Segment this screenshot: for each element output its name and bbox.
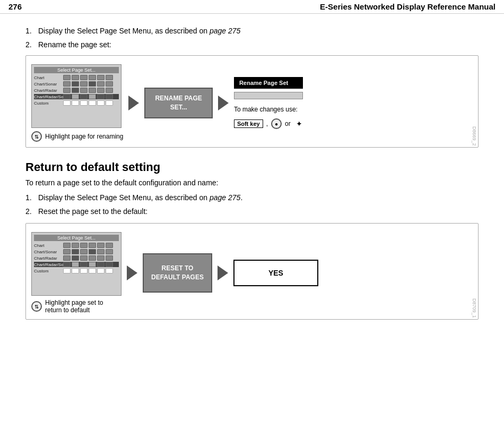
arrow-filled-1 xyxy=(128,96,139,110)
step-num-2: 2. xyxy=(25,40,38,49)
rename-page-set-title: Rename Page Set xyxy=(234,77,303,89)
nav-icon-2: ⇅ xyxy=(31,301,42,312)
mini-screen-row-chartradar: Chart/Radar xyxy=(34,88,119,93)
arrow-filled-3 xyxy=(127,266,137,280)
section2-heading: Return to default setting xyxy=(25,160,479,174)
soft-key-row: Soft key , ● or ✦ xyxy=(234,118,305,129)
diagram-id-2: D8709_1 xyxy=(472,298,477,318)
yes-button[interactable]: YES xyxy=(233,260,318,286)
diagram-1: Select Page Set... Chart Chart/Sonar Cha… xyxy=(25,55,479,148)
rename-page-set-input[interactable] xyxy=(234,92,303,99)
mini-screen-row-chartsonar: Chart/Sonar xyxy=(34,81,119,87)
page-number: 276 xyxy=(8,2,22,11)
mini-screen-title-1: Select Page Set... xyxy=(34,67,119,73)
arrow-filled-2 xyxy=(218,96,229,110)
diagram-2: Select Page Set... Chart Chart/Sonar Cha… xyxy=(25,223,479,320)
mini-screen-row-chartradarsonar: Chart/Radar/Sonar xyxy=(34,94,119,99)
rename-page-set-button[interactable]: RENAME PAGESET... xyxy=(144,88,212,118)
mini-screen-wrapper-2: Select Page Set... Chart Chart/Sonar Cha… xyxy=(31,232,121,314)
arrow-3 xyxy=(127,266,137,280)
comma-separator: , xyxy=(266,120,268,127)
step-1-section2: 1. Display the Select Page Set Menu, as … xyxy=(25,193,479,202)
mini-screen-row-chart: Chart xyxy=(34,75,119,80)
step-num-s2-2: 2. xyxy=(25,207,38,216)
mini-screen-title-2: Select Page Set... xyxy=(34,235,119,241)
book-title: E-Series Networked Display Reference Man… xyxy=(320,2,496,11)
changes-label: To make changes use: xyxy=(234,106,298,113)
mini-screen-row2-custom: Custom xyxy=(34,268,119,273)
step-text-s2-1: Display the Select Page Set Menu, as des… xyxy=(38,193,242,202)
nav-icon-1: ⇅ xyxy=(31,131,42,142)
mini-screen-row2-chartradar: Chart/Radar xyxy=(34,255,119,261)
main-content: 1. Display the Select Page Set Menu, as … xyxy=(0,14,504,345)
mini-screen-row2-chartsonar: Chart/Sonar xyxy=(34,249,119,254)
arrow-filled-4 xyxy=(218,266,228,280)
mini-screen-row2-chartradarsonar: Chart/Radar/Sonar xyxy=(34,262,119,267)
arrow-4 xyxy=(218,266,228,280)
diagram-2-caption: ⇅ Highlight page set toreturn to default xyxy=(31,299,103,314)
step-num-1: 1. xyxy=(25,27,38,35)
arrow-2 xyxy=(218,96,229,110)
page-header: 276 E-Series Networked Display Reference… xyxy=(0,0,504,14)
sun-icon: ✦ xyxy=(294,118,305,129)
diagram-1-caption-text: Highlight page for renaming xyxy=(45,133,123,140)
arrow-1 xyxy=(128,96,139,110)
step-1-section1: 1. Display the Select Page Set Menu, as … xyxy=(25,27,479,35)
diagram-1-caption: ⇅ Highlight page for renaming xyxy=(31,131,123,142)
mini-screen-1: Select Page Set... Chart Chart/Sonar Cha… xyxy=(31,64,121,128)
or-label: or xyxy=(285,120,291,127)
step-2-section1: 2. Rename the page set: xyxy=(25,40,479,49)
diagram-id-1: D8669_2 xyxy=(472,126,477,146)
mini-screen-row2-chart: Chart xyxy=(34,243,119,248)
step-num-s2-1: 1. xyxy=(25,193,38,202)
step-text-s2-2: Reset the page set to the default: xyxy=(38,207,147,216)
section2-intro: To return a page set to the default conf… xyxy=(25,178,479,187)
mini-screen-wrapper-1: Select Page Set... Chart Chart/Sonar Cha… xyxy=(31,64,123,142)
rename-page-set-group: Rename Page Set To make changes use: Sof… xyxy=(234,77,305,129)
diagram-2-caption-text: Highlight page set toreturn to default xyxy=(45,299,103,314)
soft-key-badge: Soft key xyxy=(234,119,263,128)
rotary-icon: ● xyxy=(271,118,282,129)
step-text-1: Display the Select Page Set Menu, as des… xyxy=(38,27,240,35)
mini-screen-row-custom: Custom xyxy=(34,100,119,106)
step-text-2: Rename the page set: xyxy=(38,40,111,49)
reset-to-default-button[interactable]: RESET TODEFAULT PAGES xyxy=(143,253,212,293)
step-2-section2: 2. Reset the page set to the default: xyxy=(25,207,479,216)
mini-screen-2: Select Page Set... Chart Chart/Sonar Cha… xyxy=(31,232,121,296)
